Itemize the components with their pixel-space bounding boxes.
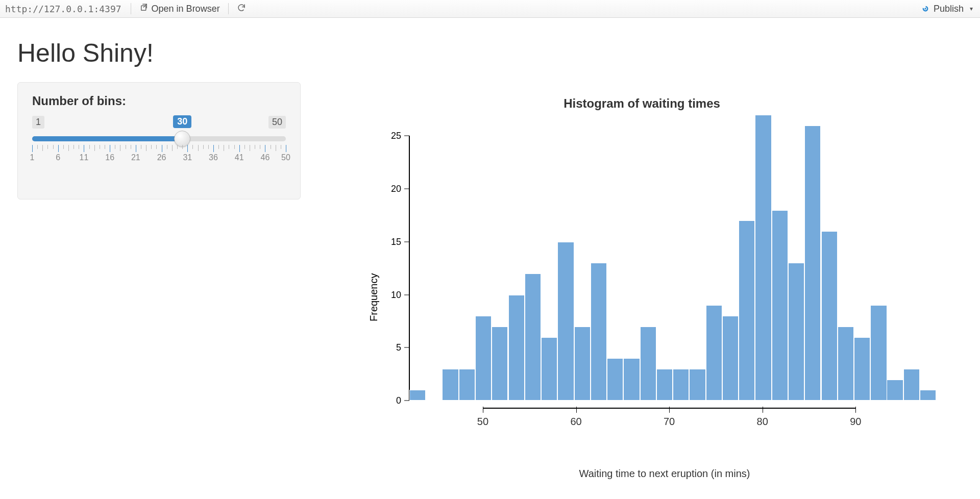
histogram-bar	[574, 327, 591, 401]
histogram-bar	[492, 327, 508, 401]
histogram-bar	[870, 305, 887, 401]
slider-tick-minor	[47, 145, 48, 149]
slider-tick	[286, 145, 286, 152]
slider-tick-minor	[105, 145, 105, 149]
slider-tick-minor	[63, 145, 64, 149]
reload-button[interactable]	[233, 2, 250, 16]
histogram-bar	[442, 369, 458, 401]
x-tick	[855, 407, 856, 413]
slider-tick-minor	[276, 145, 276, 151]
popout-icon	[139, 3, 149, 15]
chart-title: Histogram of waiting times	[321, 96, 963, 111]
histogram-bar	[854, 337, 870, 401]
histogram-bar	[591, 263, 607, 401]
y-tick: 0	[396, 395, 409, 406]
bins-slider[interactable]	[32, 135, 286, 142]
slider-min: 1	[32, 116, 44, 129]
histogram-bar	[920, 390, 936, 401]
slider-tick-minor	[224, 145, 224, 151]
slider-tick	[213, 145, 214, 152]
slider-tick-minor	[271, 145, 271, 149]
slider-tick-minor	[167, 145, 167, 149]
publish-label: Publish	[934, 4, 964, 14]
histogram-bar	[623, 358, 640, 401]
histogram-bar	[772, 210, 788, 401]
chart-x-axis: 5060708090	[409, 401, 920, 436]
slider-tick-minor	[151, 145, 152, 149]
slider-tick-minor	[203, 145, 204, 149]
histogram-plot	[409, 115, 920, 401]
x-tick	[669, 407, 670, 413]
slider-tick-minor	[53, 145, 54, 149]
y-tick: 10	[391, 289, 409, 300]
slider-tick-minor	[37, 145, 38, 149]
sidebar-panel: Number of bins: 1 30 50 1611162126313641…	[17, 82, 301, 199]
x-tick	[763, 407, 763, 413]
histogram-bar	[508, 295, 525, 401]
slider-tick-minor	[208, 145, 209, 149]
slider-tick	[239, 145, 240, 152]
histogram-bar	[607, 358, 623, 401]
histogram-bar	[673, 369, 689, 401]
histogram-bar	[640, 327, 656, 401]
slider-tick-label: 41	[235, 153, 244, 162]
histogram-bar	[788, 263, 804, 401]
app-toolbar: http://127.0.0.1:4397 Open in Browser	[0, 0, 980, 18]
slider-tick-minor	[120, 145, 120, 151]
slider-label: Number of bins:	[32, 94, 286, 108]
x-tick-label: 80	[757, 416, 768, 428]
x-tick-label: 70	[664, 416, 675, 428]
slider-tick	[84, 145, 84, 152]
slider-tick-minor	[74, 145, 74, 149]
slider-tick-minor	[260, 145, 260, 149]
slider-tick-minor	[182, 145, 183, 149]
histogram-bar	[887, 380, 903, 401]
toolbar-divider	[228, 3, 229, 14]
x-tick-label: 50	[477, 416, 488, 428]
histogram-bar	[656, 369, 673, 401]
main-panel: Histogram of waiting times Frequency 051…	[301, 82, 963, 480]
x-tick	[576, 407, 577, 413]
histogram-bar	[755, 115, 771, 401]
slider-tick-minor	[218, 145, 219, 149]
slider-value-badge: 30	[173, 115, 191, 128]
slider-tick-minor	[250, 145, 250, 151]
address-bar[interactable]: http://127.0.0.1:4397	[3, 4, 127, 14]
publish-button[interactable]: Publish ▾	[916, 3, 977, 15]
histogram-bar	[838, 327, 854, 401]
chart-y-axis: 0510152025	[384, 115, 409, 401]
slider-ticks: 16111621263136414650	[32, 145, 286, 165]
slider-tick-minor	[146, 145, 146, 151]
open-in-browser-button[interactable]: Open in Browser	[135, 2, 224, 16]
y-tick: 5	[396, 342, 409, 353]
slider-tick-minor	[126, 145, 126, 149]
slider-tick-minor	[192, 145, 193, 149]
svg-rect-0	[141, 6, 145, 10]
slider-tick	[162, 145, 162, 152]
slider-tick	[110, 145, 110, 152]
slider-tick-minor	[234, 145, 235, 149]
y-tick: 25	[391, 131, 409, 141]
slider-tick-minor	[100, 145, 100, 149]
svg-point-2	[924, 8, 926, 9]
slider-tick-minor	[42, 145, 43, 151]
slider-tick-label: 31	[183, 153, 192, 162]
slider-tick-minor	[68, 145, 69, 151]
open-in-browser-label: Open in Browser	[152, 4, 220, 14]
slider-tick	[58, 145, 59, 152]
histogram-bar	[475, 316, 492, 401]
slider-tick-label: 16	[105, 153, 114, 162]
histogram-bar	[903, 369, 920, 401]
slider-tick-minor	[198, 145, 199, 151]
slider-tick-minor	[131, 145, 131, 149]
histogram-bar	[739, 220, 755, 401]
slider-tick	[187, 145, 188, 152]
slider-tick-minor	[177, 145, 178, 149]
page-title: Hello Shiny!	[17, 38, 963, 68]
y-tick: 20	[391, 184, 409, 194]
slider-tick-minor	[172, 145, 173, 151]
slider-tick-label: 50	[281, 153, 290, 162]
slider-tick-minor	[156, 145, 157, 149]
histogram-bar	[409, 390, 426, 401]
slider-tick	[265, 145, 265, 152]
